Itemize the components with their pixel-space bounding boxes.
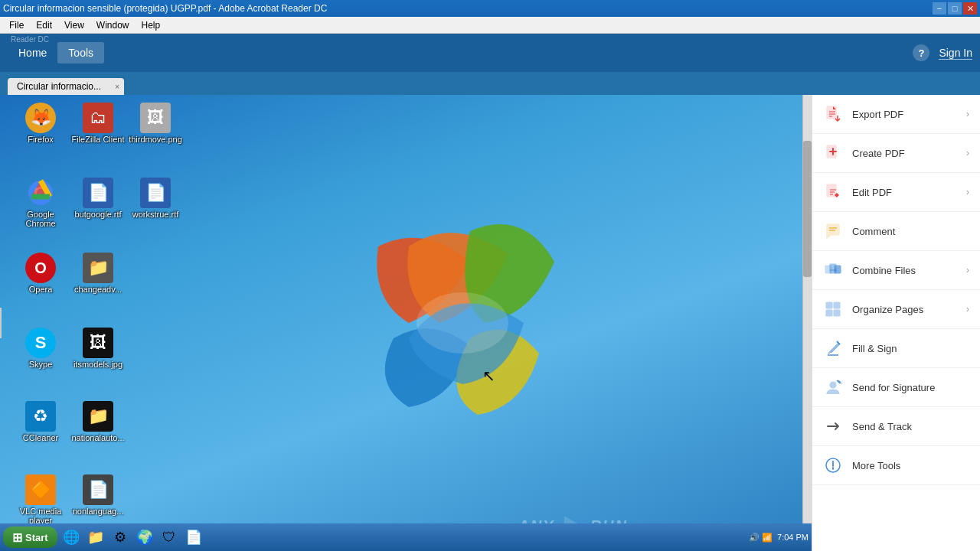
combine-files-icon bbox=[823, 260, 843, 280]
desktop-icon-thirdmove[interactable]: 🖼 thirdmove.png bbox=[129, 103, 182, 144]
svg-point-14 bbox=[830, 382, 836, 388]
window-controls[interactable]: − □ ✕ bbox=[933, 2, 977, 15]
edit-pdf-label: Edit PDF bbox=[852, 187, 957, 198]
scroll-thumb[interactable] bbox=[803, 141, 812, 278]
taskbar-acrobat-icon[interactable]: 📄 bbox=[183, 527, 204, 548]
home-label: Home bbox=[18, 47, 47, 59]
edit-pdf-icon bbox=[823, 182, 843, 202]
desktop-icon-skype[interactable]: S Skype bbox=[14, 328, 67, 369]
send-track-label: Send & Track bbox=[852, 421, 969, 432]
desktop-icon-workstrue[interactable]: 📄 workstrue.rtf bbox=[129, 178, 182, 219]
tab-close-button[interactable]: × bbox=[115, 83, 119, 91]
svg-rect-12 bbox=[826, 310, 832, 316]
combine-files-label: Combine Files bbox=[852, 265, 957, 276]
home-button[interactable]: Home bbox=[8, 42, 57, 64]
windows-logo bbox=[332, 201, 577, 445]
desktop-icon-nationalauto[interactable]: 📁 nationalauto... bbox=[71, 401, 125, 442]
desktop: 🦊 Firefox 🗂 FileZilla Client 🖼 thirdmove… bbox=[0, 95, 812, 551]
main-area: 🦊 Firefox 🗂 FileZilla Client 🖼 thirdmove… bbox=[0, 95, 980, 551]
comment-label: Comment bbox=[852, 226, 969, 237]
taskbar: ⊞ Start 🌐 📁 ⚙ 🌍 🛡 📄 🔊 📶 7:04 PM bbox=[0, 523, 812, 551]
export-pdf-button[interactable]: Export PDF › bbox=[812, 95, 980, 134]
svg-rect-6 bbox=[827, 184, 836, 197]
create-pdf-button[interactable]: Create PDF › bbox=[812, 134, 980, 173]
help-button[interactable]: ? bbox=[913, 44, 929, 61]
desktop-icon-chrome[interactable]: Google Chrome bbox=[14, 178, 67, 228]
minimize-button[interactable]: − bbox=[933, 2, 946, 15]
taskbar-browser2-icon[interactable]: 🌍 bbox=[134, 527, 155, 548]
svg-rect-13 bbox=[834, 310, 840, 316]
comment-button[interactable]: Comment bbox=[812, 212, 980, 251]
taskbar-explorer-icon[interactable]: 📁 bbox=[85, 527, 106, 548]
create-pdf-expand[interactable]: › bbox=[966, 148, 969, 158]
desktop-icon-changeadv[interactable]: 📁 changeadv... bbox=[71, 253, 125, 294]
scrollbar[interactable] bbox=[802, 95, 812, 551]
desktop-icon-filezilla[interactable]: 🗂 FileZilla Client bbox=[71, 103, 125, 144]
taskbar-folder-icon[interactable]: ⚙ bbox=[109, 527, 131, 548]
window-title: Circular informacion sensible (protegida… bbox=[3, 3, 327, 14]
menu-edit[interactable]: Edit bbox=[30, 18, 58, 32]
organize-pages-expand[interactable]: › bbox=[966, 304, 969, 315]
more-tools-button[interactable]: More Tools bbox=[812, 446, 980, 485]
tab-label: Circular informacio... bbox=[17, 81, 101, 92]
desktop-icon-opera[interactable]: O Opera bbox=[14, 253, 67, 294]
menu-file[interactable]: File bbox=[3, 18, 30, 32]
fill-sign-button[interactable]: Fill & Sign bbox=[812, 329, 980, 368]
desktop-icon-nonlanguage[interactable]: 📄 nonlanguag... bbox=[71, 474, 125, 516]
start-label: Start bbox=[25, 532, 48, 543]
fill-sign-icon bbox=[823, 338, 843, 358]
taskbar-ie-icon[interactable]: 🌐 bbox=[60, 527, 82, 548]
export-pdf-label: Export PDF bbox=[852, 109, 957, 120]
menu-window[interactable]: Window bbox=[90, 18, 136, 32]
send-signature-label: Send for Signature bbox=[852, 382, 969, 393]
send-signature-icon bbox=[823, 377, 843, 397]
taskbar-shield-icon[interactable]: 🛡 bbox=[158, 527, 180, 548]
tools-label: Tools bbox=[68, 47, 93, 59]
more-tools-icon bbox=[823, 455, 843, 475]
more-tools-label: More Tools bbox=[852, 460, 969, 471]
export-pdf-icon bbox=[823, 104, 843, 124]
fill-sign-label: Fill & Sign bbox=[852, 343, 969, 354]
organize-pages-label: Organize Pages bbox=[852, 304, 957, 315]
close-button[interactable]: ✕ bbox=[963, 2, 977, 15]
export-pdf-expand[interactable]: › bbox=[966, 109, 969, 119]
svg-rect-11 bbox=[834, 302, 840, 308]
menu-view[interactable]: View bbox=[58, 18, 90, 32]
title-bar: Circular informacion sensible (protegida… bbox=[0, 0, 980, 17]
menu-help[interactable]: Help bbox=[136, 18, 167, 32]
comment-icon bbox=[823, 221, 843, 241]
create-pdf-label: Create PDF bbox=[852, 148, 957, 159]
svg-point-0 bbox=[416, 292, 508, 354]
send-track-icon bbox=[823, 416, 843, 436]
maximize-button[interactable]: □ bbox=[948, 2, 962, 15]
tab-bar: Circular informacio... × bbox=[0, 72, 980, 95]
combine-files-button[interactable]: Combine Files › bbox=[812, 251, 980, 290]
start-button[interactable]: ⊞ Start bbox=[3, 527, 57, 548]
organize-pages-button[interactable]: Organize Pages › bbox=[812, 290, 980, 329]
tools-button[interactable]: Tools bbox=[57, 42, 104, 64]
organize-pages-icon bbox=[823, 299, 843, 319]
send-track-button[interactable]: Send & Track bbox=[812, 407, 980, 446]
document-tab[interactable]: Circular informacio... × bbox=[8, 78, 124, 95]
desktop-icon-butgoogle[interactable]: 📄 butgoogle.rtf bbox=[71, 178, 125, 219]
menu-bar: File Edit View Window Help bbox=[0, 17, 980, 34]
signin-button[interactable]: Sign In bbox=[939, 47, 972, 60]
desktop-icon-firefox[interactable]: 🦊 Firefox bbox=[14, 103, 67, 144]
send-signature-button[interactable]: Send for Signature bbox=[812, 368, 980, 407]
toolbar: Home Tools ? Sign In bbox=[0, 34, 980, 72]
desktop-icon-ccleaner[interactable]: ♻ CCleaner bbox=[14, 401, 67, 442]
tools-panel: Export PDF › Create PDF › bbox=[812, 95, 980, 551]
collapse-panel-button[interactable]: › bbox=[0, 308, 2, 338]
combine-files-expand[interactable]: › bbox=[966, 265, 969, 276]
edit-pdf-expand[interactable]: › bbox=[966, 187, 969, 197]
desktop-icon-vlc[interactable]: 🔶 VLC media player bbox=[14, 474, 67, 525]
create-pdf-icon bbox=[823, 143, 843, 163]
clock: 7:04 PM bbox=[777, 533, 808, 542]
desktop-icon-itsmodels[interactable]: 🖼 itsmodels.jpg bbox=[71, 328, 125, 369]
reader-dc-label: Reader DC bbox=[11, 35, 49, 44]
edit-pdf-button[interactable]: Edit PDF › bbox=[812, 173, 980, 212]
svg-rect-10 bbox=[826, 302, 832, 308]
tray-icons: 🔊 📶 bbox=[749, 533, 773, 543]
system-tray: 🔊 📶 7:04 PM bbox=[749, 533, 808, 543]
